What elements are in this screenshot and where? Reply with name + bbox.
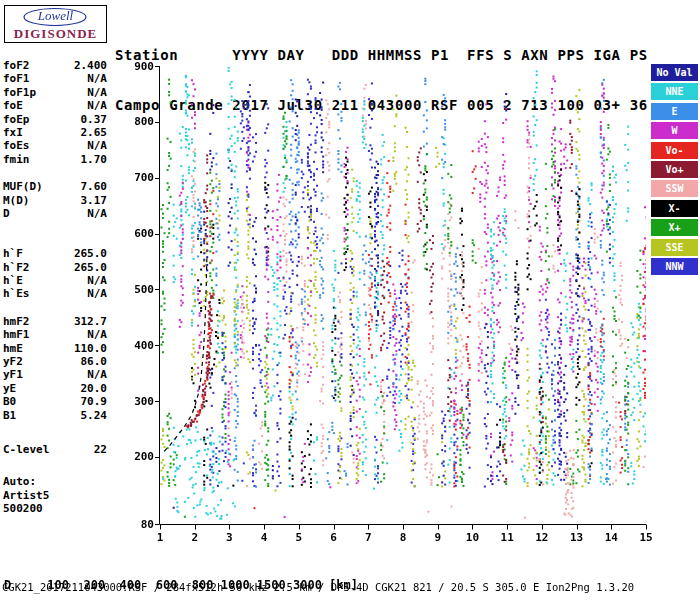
logo-product-text: DIGISONDE [5, 26, 106, 41]
parameter-value: 265.0 [74, 261, 107, 274]
parameter-label: h`F2 [3, 261, 30, 274]
parameter-row: M(D)3.17 [3, 194, 107, 207]
parameter-value: N/A [87, 274, 107, 287]
parameter-row: Auto: [3, 475, 107, 488]
logo-brand-wrap: Lowell [5, 6, 106, 26]
parameter-value: N/A [87, 287, 107, 300]
parameter-label: B0 [3, 395, 16, 408]
parameter-group: Auto:Artist5500200 [3, 475, 107, 515]
parameter-row: yF1N/A [3, 368, 107, 381]
parameter-row: h`F2265.0 [3, 261, 107, 274]
parameter-label: fmin [3, 153, 30, 166]
parameter-group: foF22.400foF1N/AfoF1pN/AfoEN/AfoEp0.37fx… [3, 59, 107, 166]
parameter-value: 110.0 [74, 342, 107, 355]
parameter-value: N/A [87, 72, 107, 85]
parameter-row: hmF1N/A [3, 328, 107, 341]
parameter-label: yE [3, 382, 16, 395]
parameter-row: h`EN/A [3, 274, 107, 287]
parameter-row: hmF2312.7 [3, 315, 107, 328]
parameter-label: yF2 [3, 355, 23, 368]
parameter-label: Artist5 [3, 489, 49, 502]
parameter-row: fxI2.65 [3, 126, 107, 139]
parameter-row: MUF(D)7.60 [3, 180, 107, 193]
parameter-value: 5.24 [81, 409, 108, 422]
parameter-row: yE20.0 [3, 382, 107, 395]
parameter-row: foEp0.37 [3, 113, 107, 126]
parameter-label: foF2 [3, 59, 30, 72]
parameter-row: foEN/A [3, 99, 107, 112]
parameter-label: h`Es [3, 287, 30, 300]
parameter-row: B15.24 [3, 409, 107, 422]
status-line: CGK21_2017211043000.RSF / 284fx512h 50 k… [2, 581, 634, 593]
parameter-label: foF1p [3, 86, 36, 99]
parameter-value: N/A [87, 328, 107, 341]
parameter-row: h`F265.0 [3, 247, 107, 260]
parameter-value: 86.0 [81, 355, 108, 368]
parameter-row: foEsN/A [3, 139, 107, 152]
parameter-row: hmE110.0 [3, 342, 107, 355]
parameter-group: MUF(D)7.60M(D)3.17DN/A [3, 180, 107, 220]
parameter-row: fmin1.70 [3, 153, 107, 166]
parameter-group: C-level22 [3, 443, 107, 456]
parameter-label: M(D) [3, 194, 30, 207]
parameter-value: 3.17 [81, 194, 108, 207]
parameter-label: h`E [3, 274, 23, 287]
parameter-label: 500200 [3, 502, 43, 515]
parameter-label: B1 [3, 409, 16, 422]
parameter-label: foF1 [3, 72, 30, 85]
parameter-value: 22 [94, 443, 107, 456]
parameter-value: N/A [87, 86, 107, 99]
parameter-label: yF1 [3, 368, 23, 381]
parameter-value: 2.400 [74, 59, 107, 72]
parameter-row: foF1N/A [3, 72, 107, 85]
parameter-label: MUF(D) [3, 180, 43, 193]
parameter-label: fxI [3, 126, 23, 139]
parameter-label: foEp [3, 113, 30, 126]
parameter-label: hmF2 [3, 315, 30, 328]
parameter-label: hmE [3, 342, 23, 355]
parameter-value: N/A [87, 99, 107, 112]
parameter-value: 70.9 [81, 395, 108, 408]
parameter-label: D [3, 207, 10, 220]
parameter-value: 0.37 [81, 113, 108, 126]
parameter-value: 7.60 [81, 180, 108, 193]
parameter-label: Auto: [3, 475, 36, 488]
parameter-row: foF1pN/A [3, 86, 107, 99]
parameter-group: hmF2312.7hmF1N/AhmE110.0yF286.0yF1N/AyE2… [3, 315, 107, 422]
parameter-label: foE [3, 99, 23, 112]
parameter-label: h`F [3, 247, 23, 260]
parameter-label: foEs [3, 139, 30, 152]
parameter-value: 2.65 [81, 126, 108, 139]
parameter-value: 20.0 [81, 382, 108, 395]
parameter-value: N/A [87, 207, 107, 220]
parameter-group: h`F265.0h`F2265.0h`EN/Ah`EsN/A [3, 247, 107, 301]
parameter-row: DN/A [3, 207, 107, 220]
digisonde-logo: Lowell DIGISONDE [4, 5, 107, 43]
parameter-value: 312.7 [74, 315, 107, 328]
parameter-panel: foF22.400foF1N/AfoF1pN/AfoEN/AfoEp0.37fx… [3, 59, 107, 516]
parameter-row: 500200 [3, 502, 107, 515]
parameter-label: hmF1 [3, 328, 30, 341]
parameter-value: 265.0 [74, 247, 107, 260]
parameter-row: h`EsN/A [3, 287, 107, 300]
parameter-row: foF22.400 [3, 59, 107, 72]
parameter-row: B070.9 [3, 395, 107, 408]
parameter-row: C-level22 [3, 443, 107, 456]
ionogram-plot [130, 58, 660, 550]
logo-brand-text: Lowell [5, 6, 106, 26]
parameter-value: 1.70 [81, 153, 108, 166]
parameter-value: N/A [87, 368, 107, 381]
parameter-row: Artist5 [3, 489, 107, 502]
parameter-row: yF286.0 [3, 355, 107, 368]
parameter-value: N/A [87, 139, 107, 152]
parameter-label: C-level [3, 443, 49, 456]
